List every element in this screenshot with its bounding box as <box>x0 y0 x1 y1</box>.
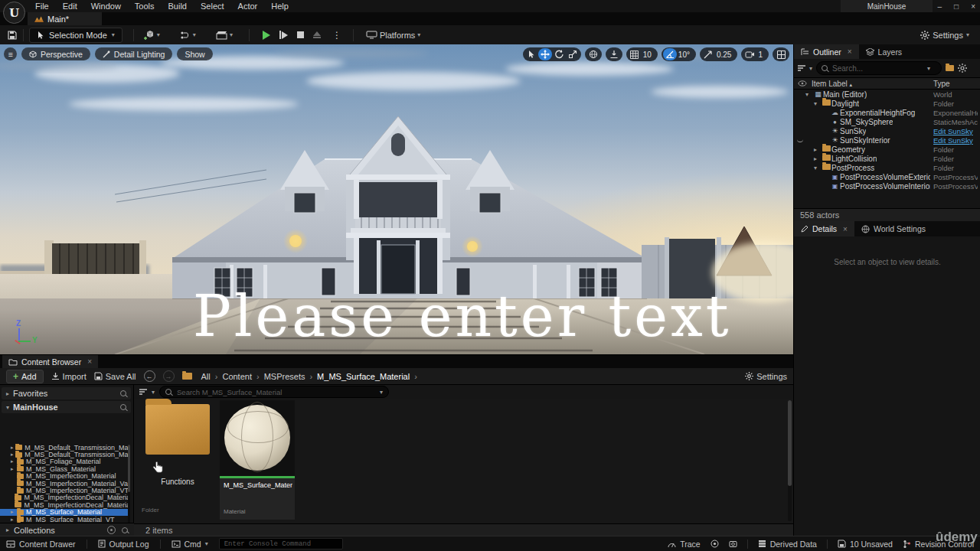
eye-icon[interactable] <box>798 80 807 86</box>
outliner-row[interactable]: ▾DaylightFolder <box>794 99 980 108</box>
grid-snap-control[interactable]: 10 <box>626 47 658 61</box>
world-transform-icon[interactable] <box>586 48 600 60</box>
column-item-label[interactable]: Item Label ▴ <box>812 80 852 88</box>
outliner-search-input[interactable] <box>831 64 924 73</box>
add-collection-icon[interactable] <box>107 526 116 534</box>
move-tool-icon[interactable] <box>538 48 552 60</box>
blueprints-dropdown[interactable]: ▾ <box>176 31 200 40</box>
outliner-row[interactable]: ☀SunSkyEdit SunSky <box>794 126 980 135</box>
play-button[interactable] <box>263 31 270 40</box>
import-button[interactable]: Import <box>51 372 87 381</box>
derived-data-button[interactable]: Derived Data <box>758 540 817 549</box>
asset-searchbox[interactable]: ▾ <box>159 386 389 398</box>
save-all-button[interactable]: Save All <box>94 372 136 381</box>
cmd-dropdown[interactable]: Cmd ▾ <box>172 540 208 549</box>
edit-sunsky-link[interactable]: Edit SunSky <box>933 127 978 135</box>
output-log-button[interactable]: Output Log <box>98 540 149 549</box>
maximize-viewport-icon[interactable] <box>774 48 788 60</box>
play-options-kebab-icon[interactable]: ⋮ <box>330 30 344 41</box>
mainhouse-section[interactable]: ▾ MainHouse <box>2 401 131 413</box>
outliner-row[interactable]: ●SM_SkySphereStaticMeshActor <box>794 117 980 126</box>
viewport[interactable]: Please enter text ≡ Perspective Detail L… <box>0 44 793 354</box>
outliner-row[interactable]: ☁ExponentialHeightFogExponentialHeigh <box>794 108 980 117</box>
back-button[interactable]: ← <box>144 370 155 382</box>
toolbar-settings-dropdown[interactable]: Settings ▾ <box>920 31 969 40</box>
camera-speed-control[interactable]: 1 <box>741 47 769 61</box>
insights-icon[interactable] <box>710 540 719 548</box>
outliner-row[interactable]: ▣PostProcessVolumeExteriorPostProcessVol… <box>794 172 980 181</box>
close-icon[interactable]: × <box>971 2 975 11</box>
console-command-input[interactable] <box>219 538 343 549</box>
viewport-menu-icon[interactable]: ≡ <box>4 47 17 60</box>
rotation-snap-control[interactable]: 10° <box>662 47 696 61</box>
expand-arrow-icon[interactable]: ▾ <box>814 100 822 107</box>
asset-grid-scrollbar[interactable] <box>788 400 792 521</box>
breadcrumb-item[interactable]: MSPresets <box>263 372 307 381</box>
outliner-searchbox[interactable]: ▾ <box>816 61 942 75</box>
screenshot-icon[interactable] <box>729 540 737 548</box>
menu-select[interactable]: Select <box>194 1 231 11</box>
content-browser-settings-button[interactable]: Settings <box>745 372 787 381</box>
scale-tool-icon[interactable] <box>566 48 580 60</box>
filter-icon[interactable] <box>139 389 147 395</box>
scale-snap-control[interactable]: 0.25 <box>700 47 737 61</box>
maximize-icon[interactable]: □ <box>954 2 959 11</box>
filter-icon[interactable] <box>798 65 805 71</box>
chevron-down-icon[interactable]: ▾ <box>152 389 155 396</box>
trace-button[interactable]: Trace <box>668 540 700 549</box>
menu-tools[interactable]: Tools <box>128 1 162 11</box>
collections-section[interactable]: ▸ Collections <box>0 523 134 536</box>
platforms-dropdown[interactable]: Platforms ▾ <box>362 31 424 40</box>
eject-button[interactable] <box>313 31 321 38</box>
view-mode-dropdown[interactable]: Detail Lighting <box>95 47 173 60</box>
column-type[interactable]: Type <box>933 80 950 88</box>
show-dropdown[interactable]: Show <box>177 47 212 60</box>
content-drawer-button[interactable]: Content Drawer <box>6 540 76 549</box>
folder-tree-item[interactable]: M_MS_Imperfection_Material_VT <box>0 487 130 494</box>
menu-window[interactable]: Window <box>84 1 128 11</box>
add-actor-dropdown[interactable]: ▾ <box>139 30 164 41</box>
cinematics-dropdown[interactable]: ▾ <box>212 31 237 40</box>
tab-world-settings[interactable]: World Settings <box>854 221 933 236</box>
folder-tree-item[interactable]: ▸M_MS_Default_Transmission_Mat <box>0 444 130 451</box>
unsaved-button[interactable]: 10 Unsaved <box>838 540 893 549</box>
tab-outliner[interactable]: Outliner × <box>794 44 859 59</box>
folder-tree-item[interactable]: M_MS_Imperfection_Material_Var <box>0 480 130 487</box>
outliner-row[interactable]: ▣PostProcessVolumeInteriorPostProcessVol… <box>794 181 980 191</box>
menu-file[interactable]: File <box>28 1 56 11</box>
tab-details[interactable]: Details × <box>794 221 854 236</box>
outliner-column-header[interactable]: Item Label ▴ Type <box>794 77 980 90</box>
breadcrumb-item[interactable]: All <box>200 372 212 381</box>
expand-arrow-icon[interactable]: ▾ <box>814 165 822 171</box>
tab-layers[interactable]: Layers <box>859 44 910 59</box>
menu-build[interactable]: Build <box>162 1 194 11</box>
perspective-dropdown[interactable]: Perspective <box>21 47 90 60</box>
outliner-settings-gear-icon[interactable] <box>958 64 967 73</box>
save-button[interactable] <box>7 30 18 41</box>
selection-mode-dropdown[interactable]: Selection Mode ▾ <box>29 28 122 43</box>
level-tab-main[interactable]: Main* <box>28 12 102 25</box>
expand-arrow-icon[interactable]: ▾ <box>805 91 813 98</box>
surface-snap-icon[interactable] <box>607 48 621 60</box>
asset-tile-material[interactable]: M_MS_Surface_Material Material <box>220 400 295 520</box>
edit-sunsky-link[interactable]: Edit SunSky <box>933 136 978 145</box>
close-tab-icon[interactable]: × <box>843 225 848 233</box>
search-icon[interactable] <box>120 390 126 396</box>
breadcrumb-item[interactable]: M_MS_Surface_Material <box>315 372 411 381</box>
expand-arrow-icon[interactable]: ▸ <box>814 146 822 153</box>
chevron-down-icon[interactable]: ▾ <box>809 65 812 72</box>
asset-search-input[interactable] <box>175 387 376 397</box>
menu-edit[interactable]: Edit <box>56 1 84 11</box>
folder-tree-item[interactable]: M_MS_ImperfectionDecal_Materia <box>0 494 130 501</box>
minimize-icon[interactable]: – <box>938 2 942 11</box>
close-tab-icon[interactable]: × <box>87 357 92 366</box>
favorites-section[interactable]: ▸ Favorites <box>2 387 131 399</box>
tab-content-browser[interactable]: Content Browser × <box>2 355 98 368</box>
search-icon[interactable] <box>120 404 126 410</box>
breadcrumb-item[interactable]: Content <box>220 372 253 381</box>
add-button[interactable]: + Add <box>6 370 44 383</box>
menu-actor[interactable]: Actor <box>231 1 265 11</box>
new-folder-icon[interactable] <box>946 65 954 71</box>
play-from-here-button[interactable] <box>279 31 288 39</box>
forward-button[interactable]: → <box>163 370 175 382</box>
